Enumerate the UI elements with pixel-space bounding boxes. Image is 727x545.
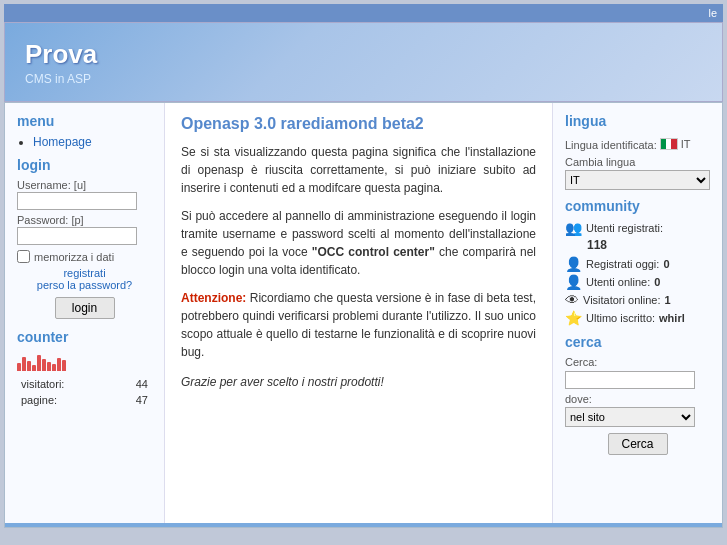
counter-bar (17, 351, 152, 371)
utenti-online-label: Utenti online: (586, 276, 650, 288)
dove-label: dove: (565, 393, 710, 405)
top-link[interactable]: le (708, 7, 717, 19)
community-registrati-oggi: 👤 Registrati oggi: 0 (565, 256, 710, 272)
registrati-oggi-value: 0 (663, 258, 669, 270)
visitatori-online-value: 1 (664, 294, 670, 306)
menu-item-homepage[interactable]: Homepage (33, 135, 152, 149)
perso-password-link[interactable]: perso la password? (17, 279, 152, 291)
thanks-text: Grazie per aver scelto i nostri prodotti… (181, 373, 536, 391)
bar-4 (32, 365, 36, 371)
login-links: registrati perso la password? (17, 267, 152, 291)
cerca-label: Cerca: (565, 356, 710, 368)
community-users-icon: 👥 (565, 220, 582, 236)
lingua-identificata-label: Lingua identificata: (565, 139, 657, 151)
left-sidebar: menu Homepage login Username: [u] Passwo… (5, 103, 165, 523)
flag-icon (660, 138, 678, 150)
pages-value: 47 (117, 393, 150, 407)
remember-label: memorizza i dati (34, 251, 114, 263)
right-sidebar: lingua Lingua identificata: IT Cambia li… (552, 103, 722, 523)
community-visitors-icon: 👁 (565, 292, 579, 308)
visitors-label: visitatori: (19, 377, 115, 391)
flag-code: IT (681, 138, 691, 150)
menu-title: menu (17, 113, 152, 129)
content-area: menu Homepage login Username: [u] Passwo… (5, 103, 722, 523)
main-wrapper: menu Homepage login Username: [u] Passwo… (4, 102, 723, 528)
login-title: login (17, 157, 152, 173)
pages-label: pagine: (19, 393, 115, 407)
lingua-select[interactable]: IT (565, 170, 710, 190)
community-online-icon: 👤 (565, 274, 582, 290)
login-button[interactable]: login (55, 297, 115, 319)
password-input[interactable] (17, 227, 137, 245)
bar-3 (27, 361, 31, 371)
community-title: community (565, 198, 710, 214)
dove-select[interactable]: nel sito (565, 407, 695, 427)
counter-title: counter (17, 329, 152, 345)
password-label: Password: [p] (17, 214, 152, 226)
bar-5 (37, 355, 41, 371)
ultimo-iscritto-label: Ultimo iscritto: (586, 312, 655, 324)
center-content: Openasp 3.0 rarediamond beta2 Se si sta … (165, 103, 552, 523)
bar-2 (22, 357, 26, 371)
remember-checkbox[interactable] (17, 250, 30, 263)
counter-row-pages: pagine: 47 (19, 393, 150, 407)
ultimo-iscritto-value: whirl (659, 312, 685, 324)
utenti-registrati-label: Utenti registrati: (586, 222, 663, 234)
community-utenti-registrati: 👥 Utenti registrati: (565, 220, 710, 236)
paragraph-1: Se si sta visualizzando questa pagina si… (181, 143, 536, 197)
site-header: Prova CMS in ASP (4, 22, 723, 102)
username-input[interactable] (17, 192, 137, 210)
visitors-value: 44 (117, 377, 150, 391)
community-today-icon: 👤 (565, 256, 582, 272)
bar-8 (52, 364, 56, 371)
community-visitatori-online: 👁 Visitatori online: 1 (565, 292, 710, 308)
site-subtitle: CMS in ASP (25, 72, 97, 86)
counter-section: counter vi (17, 329, 152, 409)
cerca-input[interactable] (565, 371, 695, 389)
username-label: Username: [u] (17, 179, 152, 191)
registrati-oggi-label: Registrati oggi: (586, 258, 659, 270)
lingua-title: lingua (565, 113, 710, 129)
lingua-box: Lingua identificata: IT Cambia lingua IT (565, 135, 710, 190)
page-heading: Openasp 3.0 rarediamond beta2 (181, 115, 536, 133)
visitatori-online-label: Visitatori online: (583, 294, 660, 306)
community-utenti-online: 👤 Utenti online: 0 (565, 274, 710, 290)
community-last-user-icon: ⭐ (565, 310, 582, 326)
counter-row-visitors: visitatori: 44 (19, 377, 150, 391)
bar-6 (42, 359, 46, 371)
cerca-button[interactable]: Cerca (608, 433, 668, 455)
counter-table: visitatori: 44 pagine: 47 (17, 375, 152, 409)
site-title: Prova (25, 39, 97, 70)
bar-7 (47, 362, 51, 371)
bar-1 (17, 363, 21, 371)
homepage-link[interactable]: Homepage (33, 135, 92, 149)
utenti-online-value: 0 (654, 276, 660, 288)
utenti-registrati-value: 118 (587, 238, 710, 252)
login-form: Username: [u] Password: [p] memorizza i … (17, 179, 152, 319)
paragraph-3: Attenzione: Ricordiamo che questa versio… (181, 289, 536, 361)
cerca-title: cerca (565, 334, 710, 350)
menu-list: Homepage (17, 135, 152, 149)
top-bar: le (4, 4, 723, 22)
paragraph-2: Si può accedere al pannello di amministr… (181, 207, 536, 279)
para2-bold: "OCC control center" (312, 245, 435, 259)
community-ultimo-iscritto: ⭐ Ultimo iscritto: whirl (565, 310, 710, 326)
footer-strip (5, 523, 722, 527)
registrati-link[interactable]: registrati (17, 267, 152, 279)
flag-row: IT (660, 138, 691, 150)
bar-9 (57, 358, 61, 371)
attention-label: Attenzione: (181, 291, 246, 305)
remember-row: memorizza i dati (17, 250, 152, 263)
cambia-lingua-label: Cambia lingua (565, 156, 710, 168)
bar-10 (62, 360, 66, 371)
